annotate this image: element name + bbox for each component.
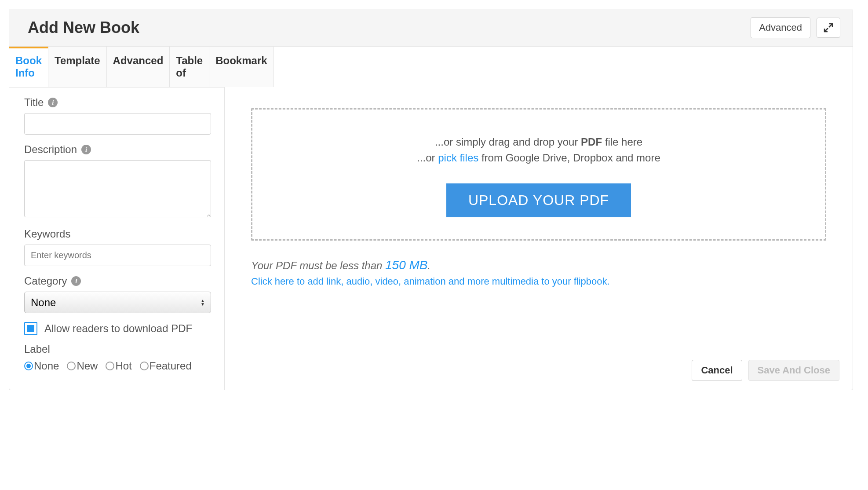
tab-table-of[interactable]: Table of — [170, 47, 209, 87]
info-icon[interactable]: i — [71, 276, 81, 286]
dz2-suffix: from Google Drive, Dropbox and more — [478, 152, 660, 164]
info-icon[interactable]: i — [81, 145, 91, 154]
left-panel: Book Info Template Advanced Table of Boo… — [9, 47, 225, 390]
radio-none[interactable]: None — [24, 360, 59, 372]
hint-area: Your PDF must be less than 150 MB. Click… — [251, 258, 826, 287]
category-label: Category i — [24, 275, 211, 287]
modal-title: Add New Book — [28, 18, 139, 37]
label-radio-row: None New Hot Featured — [24, 360, 211, 372]
radio-icon — [67, 362, 76, 370]
dz1-suffix: file here — [602, 136, 642, 148]
radio-icon — [24, 362, 33, 370]
description-group: Description i — [24, 143, 211, 219]
size-suffix: . — [428, 260, 431, 271]
radio-icon — [106, 362, 114, 370]
dz1-bold: PDF — [581, 136, 602, 148]
modal-footer: Cancel Save And Close — [692, 360, 839, 381]
label-label-text: Label — [24, 343, 50, 355]
checkbox-checked-icon — [27, 325, 34, 332]
description-label: Description i — [24, 143, 211, 156]
radio-label-hot: Hot — [115, 360, 131, 372]
allow-download-row: Allow readers to download PDF — [24, 322, 211, 335]
tab-advanced[interactable]: Advanced — [107, 47, 170, 87]
modal-header: Add New Book Advanced — [9, 9, 853, 47]
expand-button[interactable] — [817, 18, 840, 38]
size-hint: Your PDF must be less than 150 MB. — [251, 258, 826, 272]
title-group: Title i — [24, 96, 211, 135]
dropzone-line-2: ...or pick files from Google Drive, Drop… — [270, 152, 807, 164]
label-label: Label — [24, 343, 211, 355]
keywords-input[interactable] — [24, 245, 211, 266]
radio-label-featured: Featured — [150, 360, 192, 372]
expand-icon — [823, 22, 834, 33]
form-area: Title i Description i Keywords — [9, 88, 224, 390]
title-label: Title i — [24, 96, 211, 109]
description-textarea[interactable] — [24, 160, 211, 217]
dz1-prefix: ...or simply drag and drop your — [435, 136, 581, 148]
pick-files-link[interactable]: pick files — [438, 152, 478, 164]
keywords-label-text: Keywords — [24, 228, 70, 240]
title-input[interactable] — [24, 113, 211, 135]
category-select-wrap: None ▲▼ — [24, 292, 211, 313]
radio-hot[interactable]: Hot — [106, 360, 131, 372]
radio-featured[interactable]: Featured — [140, 360, 192, 372]
save-and-close-button[interactable]: Save And Close — [748, 360, 839, 381]
label-group: Label None New Hot — [24, 343, 211, 372]
category-label-text: Category — [24, 275, 67, 287]
tabs: Book Info Template Advanced Table of Boo… — [9, 47, 224, 88]
header-actions: Advanced — [751, 17, 840, 38]
info-icon[interactable]: i — [48, 98, 58, 107]
keywords-label: Keywords — [24, 228, 211, 240]
category-select[interactable]: None — [24, 292, 211, 313]
modal-body: Book Info Template Advanced Table of Boo… — [9, 47, 853, 390]
radio-icon — [140, 362, 149, 370]
radio-label-none: None — [34, 360, 59, 372]
title-label-text: Title — [24, 96, 44, 109]
tab-book-info[interactable]: Book Info — [9, 47, 48, 87]
tab-template[interactable]: Template — [48, 47, 107, 87]
allow-download-checkbox[interactable] — [24, 322, 37, 335]
description-label-text: Description — [24, 143, 77, 156]
radio-new[interactable]: New — [67, 360, 98, 372]
category-group: Category i None ▲▼ — [24, 275, 211, 313]
add-book-modal: Add New Book Advanced Book Info Template… — [9, 9, 853, 390]
upload-pdf-button[interactable]: UPLOAD YOUR PDF — [446, 183, 631, 217]
size-prefix: Your PDF must be less than — [251, 260, 385, 271]
allow-download-label: Allow readers to download PDF — [44, 322, 192, 335]
advanced-button[interactable]: Advanced — [751, 17, 810, 38]
pdf-dropzone[interactable]: ...or simply drag and drop your PDF file… — [251, 108, 826, 241]
dz2-prefix: ...or — [417, 152, 438, 164]
dropzone-line-1: ...or simply drag and drop your PDF file… — [270, 136, 807, 148]
keywords-group: Keywords — [24, 228, 211, 266]
size-value: 150 MB — [385, 258, 428, 272]
radio-label-new: New — [77, 360, 98, 372]
multimedia-link[interactable]: Click here to add link, audio, video, an… — [251, 276, 610, 287]
cancel-button[interactable]: Cancel — [692, 360, 742, 381]
right-panel: ...or simply drag and drop your PDF file… — [225, 47, 853, 390]
